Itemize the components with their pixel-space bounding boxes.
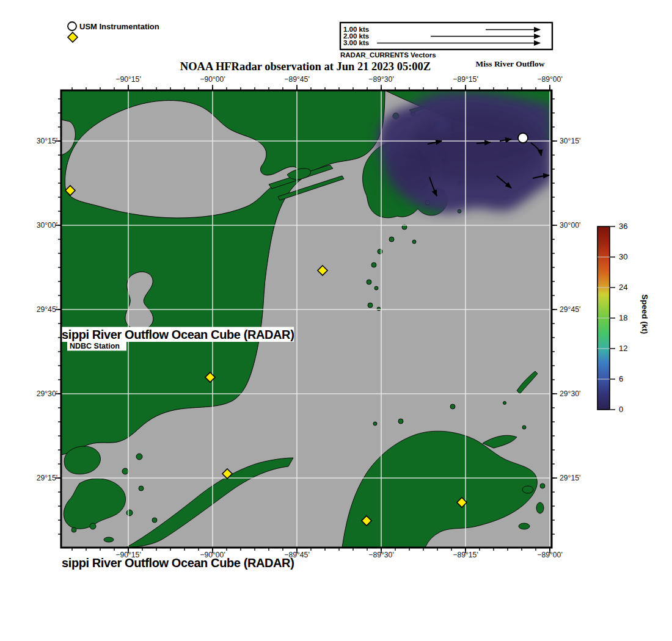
- vector-legend-item-3: 3.00 kts: [343, 40, 369, 46]
- axis-label-right: 29°30': [560, 389, 596, 398]
- vector-legend-box: [340, 23, 552, 49]
- axis-label-left: 29°30': [21, 389, 57, 398]
- colorbar-tick: 6: [619, 374, 623, 383]
- axis-label-top: −89°15': [444, 75, 487, 84]
- axis-label-left: 30°00': [21, 221, 57, 230]
- axis-label-top: −90°15': [107, 75, 150, 84]
- colorbar-tick: 24: [619, 283, 627, 292]
- region-label: Miss River Outflow: [464, 59, 556, 69]
- axis-label-left: 29°45': [21, 305, 57, 314]
- usm-instrument-marker: [518, 133, 528, 143]
- axis-label-left: 30°15': [21, 137, 57, 145]
- colorbar: [597, 226, 615, 410]
- axis-label-right: 29°45': [560, 305, 596, 314]
- axis-label-top: −89°45': [276, 75, 318, 84]
- overlay-title: sippi River Outflow Ocean Cube (RADAR): [62, 328, 294, 342]
- usm-legend-circle-icon: [68, 22, 76, 31]
- bottom-overlay-title: sippi River Outflow Ocean Cube (RADAR): [62, 556, 294, 570]
- axis-label-top: −89°30': [360, 75, 403, 84]
- colorbar-tick: 36: [619, 222, 627, 231]
- map-canvas: [0, 0, 672, 641]
- usm-legend-diamond-icon: [68, 32, 78, 42]
- usm-legend-label: USM Instrumentation: [79, 22, 159, 31]
- vector-legend-caption: RADAR_CURRENTS Vectors: [340, 51, 436, 59]
- usm-legend-symbols: [68, 22, 78, 42]
- axis-label-bottom: −89°30': [360, 551, 403, 559]
- axis-label-left: 29°15': [21, 474, 57, 482]
- axis-label-bottom: −89°15': [444, 551, 487, 559]
- axis-label-right: 30°00': [560, 221, 596, 230]
- axis-label-right: 29°15': [560, 474, 596, 482]
- axis-label-top: −89°00': [528, 75, 571, 84]
- colorbar-axis-label: Speed (kt): [640, 294, 649, 334]
- radar-speed-field: [378, 92, 552, 213]
- hfradar-map-page: { "header": { "title": "NOAA HFRadar obs…: [0, 0, 672, 641]
- colorbar-tick: 18: [619, 313, 627, 322]
- axis-label-top: −90°00': [191, 75, 234, 84]
- axis-label-right: 30°15': [560, 137, 596, 145]
- axis-label-bottom: −89°00': [528, 551, 571, 559]
- colorbar-tick: 0: [619, 405, 623, 414]
- colorbar-tick: 12: [619, 344, 627, 353]
- ndbc-station-label: NDBC Station: [70, 342, 120, 350]
- colorbar-tick: 30: [619, 252, 627, 261]
- page-title: NOAA HFRadar observation at Jun 21 2023 …: [92, 60, 519, 73]
